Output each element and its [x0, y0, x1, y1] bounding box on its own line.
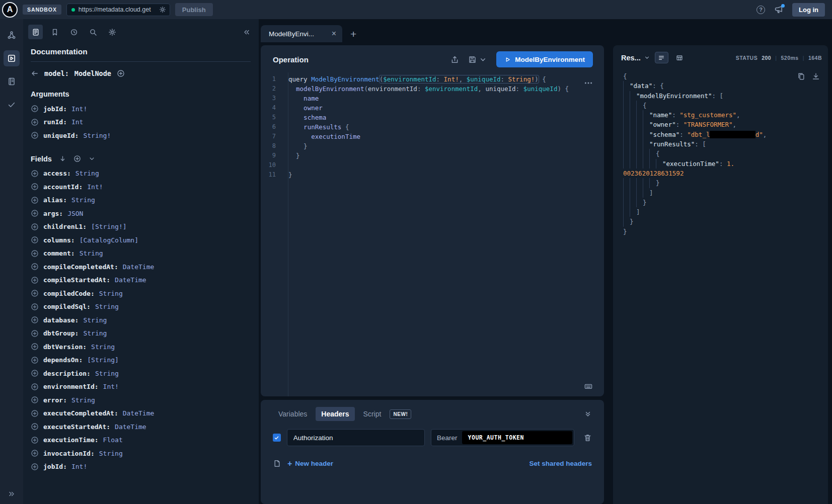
- field-row[interactable]: environmentId:Int!: [31, 380, 251, 394]
- field-type[interactable]: DateTime: [115, 423, 146, 431]
- add-field-plus-icon[interactable]: [31, 449, 39, 457]
- field-row[interactable]: alias:String: [31, 194, 251, 207]
- field-type[interactable]: JSON: [67, 210, 83, 217]
- search-icon[interactable]: [86, 25, 100, 39]
- code-line[interactable]: 9 }: [261, 151, 604, 160]
- add-all-fields-icon[interactable]: [73, 155, 81, 162]
- field-type[interactable]: Int!: [71, 105, 87, 113]
- response-dropdown[interactable]: Res...: [621, 54, 650, 62]
- field-type[interactable]: String: [71, 396, 95, 404]
- field-row[interactable]: accountId:Int!: [31, 180, 251, 194]
- field-type[interactable]: String: [91, 343, 115, 351]
- close-tab-icon[interactable]: ×: [332, 30, 336, 38]
- field-row[interactable]: description:String: [31, 367, 251, 380]
- field-row[interactable]: columns:[CatalogColumn]: [31, 233, 251, 247]
- field-type[interactable]: DateTime: [115, 276, 146, 284]
- add-field-plus-icon[interactable]: [31, 436, 39, 444]
- field-type[interactable]: String: [71, 196, 95, 204]
- query-editor[interactable]: 1query ModelByEnvironment($environmentId…: [261, 72, 604, 396]
- code-line[interactable]: 11}: [261, 170, 604, 180]
- set-shared-headers-link[interactable]: Set shared headers: [529, 460, 592, 467]
- response-format-lines-icon[interactable]: [655, 52, 668, 63]
- announcements-megaphone-icon[interactable]: [774, 5, 783, 14]
- add-field-plus-icon[interactable]: [31, 183, 39, 191]
- login-button[interactable]: Log in: [792, 3, 825, 17]
- copy-response-icon[interactable]: [797, 72, 805, 80]
- field-row[interactable]: invocationId:String: [31, 447, 251, 460]
- code-line[interactable]: 7 executionTime: [261, 132, 604, 141]
- field-type[interactable]: String: [95, 303, 119, 310]
- breadcrumb-type[interactable]: ModelNode: [74, 69, 111, 77]
- field-row[interactable]: dbtVersion:String: [31, 340, 251, 354]
- fields-menu-chevron-icon[interactable]: [88, 155, 96, 162]
- field-type[interactable]: [String]: [87, 356, 119, 364]
- docs-settings-gear-icon[interactable]: [105, 25, 119, 39]
- schema-graph-icon[interactable]: [4, 27, 20, 43]
- expand-rail-icon[interactable]: [0, 490, 23, 498]
- operations-notebook-icon[interactable]: [4, 73, 20, 90]
- header-enabled-checkbox[interactable]: [273, 434, 281, 442]
- preflight-file-icon[interactable]: [273, 459, 281, 468]
- history-clock-icon[interactable]: [66, 25, 81, 39]
- add-field-plus-icon[interactable]: [31, 263, 39, 271]
- add-field-plus-icon[interactable]: [31, 118, 39, 126]
- code-line[interactable]: 2 modelByEnvironment(environmentId: $env…: [261, 84, 604, 94]
- collapse-docs-panel-icon[interactable]: [243, 28, 251, 36]
- field-row[interactable]: args:JSON: [31, 207, 251, 220]
- field-type[interactable]: [CatalogColumn]: [80, 236, 138, 244]
- add-field-plus-icon[interactable]: [31, 343, 39, 351]
- field-row[interactable]: compileCompletedAt:DateTime: [31, 260, 251, 274]
- field-type[interactable]: String: [95, 370, 119, 377]
- field-row[interactable]: access:String: [31, 167, 251, 181]
- field-type[interactable]: String: [83, 316, 107, 324]
- save-dropdown-chevron-icon[interactable]: [479, 55, 487, 64]
- field-row[interactable]: executeStartedAt:DateTime: [31, 420, 251, 434]
- header-key-input[interactable]: [287, 429, 425, 446]
- field-row[interactable]: error:String: [31, 393, 251, 407]
- field-row[interactable]: jobId:Int!: [31, 460, 251, 474]
- checks-icon[interactable]: [4, 97, 20, 113]
- collapse-request-panel-icon[interactable]: [584, 410, 592, 418]
- code-line[interactable]: 4 owner: [261, 103, 604, 113]
- field-type[interactable]: Int: [71, 118, 83, 126]
- field-row[interactable]: compiledSql:String: [31, 300, 251, 314]
- endpoint-input[interactable]: https://metadata.cloud.get: [66, 4, 170, 16]
- field-row[interactable]: executeCompletedAt:DateTime: [31, 407, 251, 421]
- back-arrow-icon[interactable]: [31, 69, 39, 77]
- publish-button[interactable]: Publish: [175, 3, 213, 16]
- field-row[interactable]: dbtGroup:String: [31, 327, 251, 341]
- response-table-view-icon[interactable]: [673, 52, 687, 63]
- add-field-plus-icon[interactable]: [31, 105, 39, 113]
- add-field-plus-icon[interactable]: [31, 209, 39, 217]
- add-field-plus-icon[interactable]: [31, 249, 39, 258]
- field-type[interactable]: String: [80, 249, 103, 257]
- code-line[interactable]: 8 }: [261, 141, 604, 151]
- add-field-plus-icon[interactable]: [31, 356, 39, 364]
- add-field-plus-icon[interactable]: [31, 383, 39, 391]
- field-row[interactable]: compileStartedAt:DateTime: [31, 274, 251, 287]
- tab-script[interactable]: Script: [358, 407, 387, 421]
- add-field-plus-icon[interactable]: [31, 369, 39, 377]
- add-field-plus-icon[interactable]: [31, 329, 39, 338]
- field-type[interactable]: String!: [83, 132, 111, 139]
- code-line[interactable]: 1query ModelByEnvironment($environmentId…: [261, 74, 604, 84]
- tab-variables[interactable]: Variables: [273, 407, 313, 421]
- help-icon[interactable]: ?: [757, 6, 765, 14]
- sort-fields-icon[interactable]: [59, 155, 66, 162]
- add-field-plus-icon[interactable]: [31, 223, 39, 231]
- field-type[interactable]: String: [99, 450, 123, 457]
- tab-headers[interactable]: Headers: [316, 407, 354, 421]
- explorer-play-icon[interactable]: [4, 50, 20, 66]
- add-field-plus-icon[interactable]: [31, 170, 39, 178]
- field-row[interactable]: jobId:Int!: [31, 102, 251, 116]
- add-field-plus-icon[interactable]: [31, 276, 39, 284]
- add-field-plus-icon[interactable]: [31, 316, 39, 324]
- field-row[interactable]: runId:Int: [31, 116, 251, 129]
- code-line[interactable]: 10: [261, 160, 604, 170]
- bookmark-icon[interactable]: [47, 25, 62, 39]
- add-field-plus-icon[interactable]: [31, 409, 39, 417]
- delete-header-trash-icon[interactable]: [583, 434, 592, 442]
- field-row[interactable]: executionTime:Float: [31, 434, 251, 447]
- apollo-logo[interactable]: A: [2, 2, 18, 18]
- field-row[interactable]: dependsOn:[String]: [31, 354, 251, 367]
